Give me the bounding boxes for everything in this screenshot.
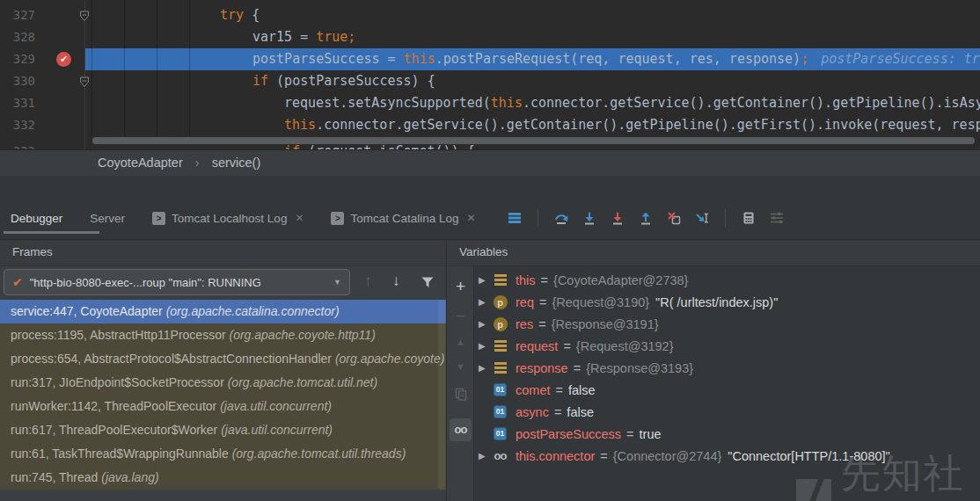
frame-location: process:1195, AbstractHttp11Processor	[11, 328, 230, 342]
run-to-cursor-icon[interactable]	[695, 211, 709, 225]
variable-display-value: "R( /urltest/index.jsp)"	[655, 295, 778, 309]
expand-arrow-icon[interactable]: ▶	[479, 297, 493, 307]
tab-tomcat-localhost-log[interactable]: >Tomcat Localhost Log✕	[152, 212, 304, 225]
parameter-icon: p	[493, 317, 508, 331]
code-segment: request.setAsyncSupported(	[284, 95, 491, 111]
frames-scrollbar[interactable]	[438, 300, 445, 490]
close-icon[interactable]: ✕	[467, 212, 476, 224]
show-execution-point-icon[interactable]	[508, 211, 522, 225]
breadcrumb-class[interactable]: CoyoteAdapter	[98, 156, 183, 170]
primitive-icon: 01	[493, 383, 508, 396]
duplicate-watch-icon[interactable]	[448, 388, 473, 405]
step-out-icon[interactable]	[639, 211, 653, 225]
expand-arrow-icon[interactable]: ▶	[479, 341, 493, 351]
value-icon	[493, 274, 508, 286]
debug-tab-bar: DebuggerServer>Tomcat Localhost Log✕>Tom…	[0, 200, 980, 236]
frames-panel-header: Frames	[0, 240, 446, 266]
fold-marker-icon[interactable]	[79, 10, 90, 25]
variable-row[interactable]: ▶response={Response@3193}	[474, 357, 980, 379]
move-watch-up-icon[interactable]: ▲	[448, 337, 473, 347]
code-segment: this	[404, 51, 435, 67]
equals-sign: =	[541, 273, 548, 287]
remove-watch-icon[interactable]: −	[448, 307, 473, 326]
editor-horizontal-scrollbar[interactable]	[92, 137, 975, 144]
tab-tomcat-catalina-log[interactable]: >Tomcat Catalina Log✕	[331, 212, 475, 225]
debug-panels: Frames ✔ "http-bio-8080-exec-...roup "ma…	[0, 239, 980, 501]
variable-row[interactable]: 01postParseSuccess=true	[474, 423, 980, 445]
tab-server[interactable]: Server	[90, 212, 125, 225]
step-into-icon[interactable]	[582, 211, 596, 225]
variables-tree: ▶this={CoyoteAdapter@2738}▶preq={Request…	[474, 266, 980, 501]
frame-package: (org.apache.tomcat.util.net)	[228, 375, 377, 389]
evaluate-expression-icon[interactable]	[742, 211, 756, 225]
variable-row[interactable]: ▶this={CoyoteAdapter@2738}	[474, 269, 980, 291]
code-line: if (postParseSuccess) {	[252, 70, 435, 92]
show-watches-icon[interactable]: oo	[450, 418, 472, 441]
code-segment: (postParseSuccess) {	[276, 73, 435, 89]
expand-arrow-icon[interactable]: ▶	[479, 363, 493, 373]
variable-reference: {Connector@2744}	[613, 449, 722, 463]
breadcrumb-method[interactable]: service()	[212, 156, 261, 170]
line-number: 329	[0, 48, 35, 70]
variable-row[interactable]: 01comet=false	[474, 379, 980, 401]
move-watch-down-icon[interactable]: ▼	[448, 361, 473, 372]
code-segment: .connector.getService().getContainer().g…	[523, 95, 980, 111]
frame-row[interactable]: run:617, ThreadPoolExecutor$Worker (java…	[0, 418, 446, 442]
frame-row[interactable]: service:447, CoyoteAdapter (org.apache.c…	[0, 300, 446, 323]
console-icon: >	[152, 212, 165, 225]
variables-panel-header: Variables	[448, 240, 980, 266]
primitive-icon: 01	[493, 405, 508, 418]
fold-marker-icon[interactable]	[79, 76, 90, 91]
variable-reference: {Response@3191}	[552, 317, 659, 331]
variable-row[interactable]: ▶pres={Response@3191}	[474, 313, 980, 335]
watch-icon: oo	[493, 449, 508, 462]
code-segment: true;	[316, 29, 355, 45]
breadcrumb: CoyoteAdapter › service()	[0, 149, 980, 176]
tab-debugger[interactable]: Debugger	[11, 212, 62, 225]
variable-name: res	[516, 317, 533, 331]
frame-row[interactable]: run:317, JIoEndpoint$SocketProcessor (or…	[0, 371, 446, 395]
thread-selector-dropdown[interactable]: ✔ "http-bio-8080-exec-...roup "main": RU…	[4, 269, 350, 295]
frame-row[interactable]: run:61, TaskThread$WrappingRunnable (org…	[0, 442, 446, 466]
value-icon	[493, 340, 508, 352]
code-editor[interactable]: 327try {328var15 = true;329✔postParseSuc…	[0, 0, 980, 149]
force-step-into-icon[interactable]	[611, 211, 625, 225]
breakpoint-icon[interactable]: ✔	[56, 52, 71, 67]
code-segment: (request.isComet()) {	[308, 143, 475, 149]
variable-row[interactable]: ▶preq={Request@3190}"R( /urltest/index.j…	[474, 291, 980, 313]
frame-row[interactable]: runWorker:1142, ThreadPoolExecutor (java…	[0, 395, 446, 418]
variable-row[interactable]: ▶oothis.connector={Connector@2744}"Conne…	[474, 445, 980, 467]
variable-name: req	[516, 295, 534, 309]
thread-status-check-icon: ✔	[12, 275, 23, 289]
variable-row[interactable]: 01async=false	[474, 401, 980, 423]
expand-arrow-icon[interactable]: ▶	[479, 319, 493, 329]
frame-row[interactable]: process:654, AbstractProtocol$AbstractCo…	[0, 347, 446, 371]
equals-sign: =	[563, 339, 570, 353]
expand-arrow-icon[interactable]: ▶	[479, 275, 493, 285]
drop-frame-icon[interactable]	[667, 211, 681, 225]
close-icon[interactable]: ✕	[295, 212, 304, 224]
frame-row[interactable]: run:745, Thread (java.lang)	[0, 466, 446, 490]
variable-primitive-value: false	[568, 383, 596, 397]
variable-row[interactable]: ▶request={Request@3192}	[474, 335, 980, 357]
variable-primitive-value: false	[567, 405, 594, 419]
layout-settings-icon[interactable]	[770, 211, 784, 225]
code-line: postParseSuccess = this.postParseRequest…	[252, 48, 980, 70]
code-line: try {	[220, 4, 260, 26]
tab-label: Debugger	[11, 212, 62, 225]
frames-list: service:447, CoyoteAdapter (org.apache.c…	[0, 300, 446, 490]
previous-frame-icon[interactable]: ↑	[364, 272, 372, 290]
next-frame-icon[interactable]: ↓	[392, 272, 400, 290]
expand-arrow-icon[interactable]: ▶	[479, 451, 493, 461]
frame-row[interactable]: process:1195, AbstractHttp11Processor (o…	[0, 323, 446, 347]
frame-package: (org.apache.tomcat.util.threads)	[232, 447, 406, 461]
debugger-toolbar	[508, 207, 784, 229]
filter-funnel-icon[interactable]	[421, 275, 435, 293]
primitive-icon: 01	[493, 427, 508, 440]
step-over-icon[interactable]	[554, 211, 568, 225]
frame-location: run:61, TaskThread$WrappingRunnable	[11, 447, 232, 461]
equals-sign: =	[600, 449, 607, 463]
frame-package: (org.apache.coyote)	[335, 352, 445, 366]
add-watch-icon[interactable]: +	[448, 277, 473, 296]
equals-sign: =	[626, 427, 633, 441]
